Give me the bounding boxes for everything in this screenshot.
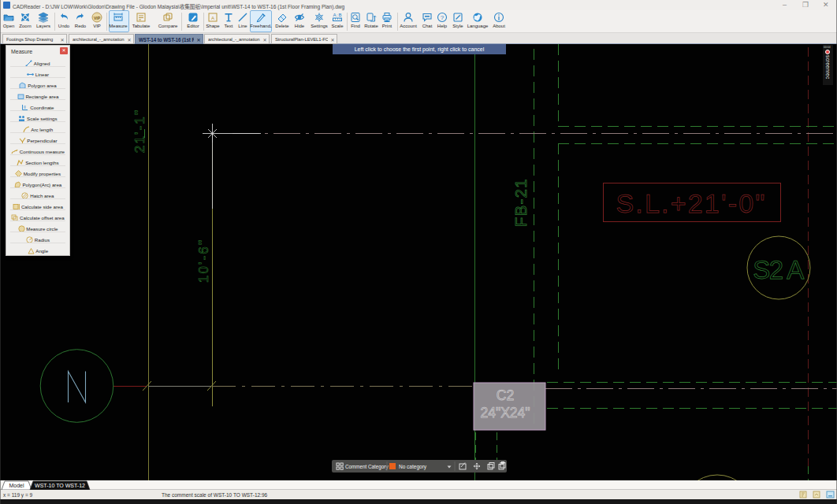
svg-text:21'-1": 21'-1" xyxy=(132,109,147,154)
svg-text:24"X24": 24"X24" xyxy=(480,405,530,421)
svg-text:S.L.+21'-0": S.L.+21'-0" xyxy=(616,188,766,218)
svg-text:No category: No category xyxy=(399,464,427,470)
svg-text:VIP: VIP xyxy=(94,16,101,20)
svg-text:Model: Model xyxy=(9,483,24,488)
svg-text:10'-6": 10'-6" xyxy=(196,239,211,284)
svg-text:A: A xyxy=(333,13,337,17)
svg-text:FB-21: FB-21 xyxy=(512,178,530,227)
svg-text:C2: C2 xyxy=(497,387,514,403)
svg-text:WST-10 TO WST-12: WST-10 TO WST-12 xyxy=(35,483,85,488)
svg-text:S2 A: S2 A xyxy=(753,255,804,284)
svg-text:Comment Category: Comment Category xyxy=(345,464,389,470)
